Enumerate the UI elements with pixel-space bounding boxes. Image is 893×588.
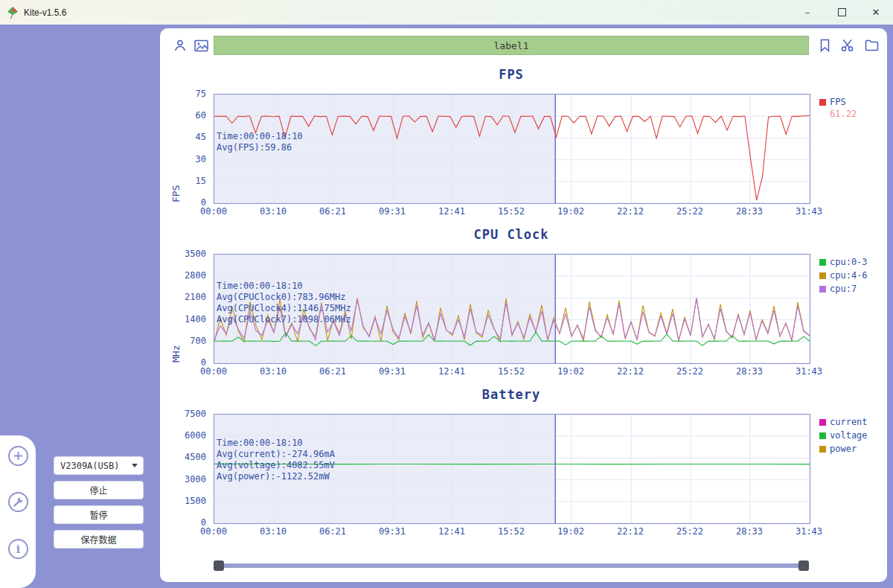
y-tick-label: 30 — [172, 154, 206, 164]
x-tick-label: 03:10 — [254, 206, 292, 217]
x-tick-label: 09:31 — [373, 366, 412, 377]
legend-label: cpu:7 — [830, 284, 857, 294]
x-tick-label: 25:22 — [670, 526, 709, 537]
y-tick-label: 4500 — [172, 452, 206, 462]
x-tick-label: 22:12 — [611, 366, 650, 377]
cpu-clock-chart: CPU Clock MHz 35002800210014007000 Time:… — [160, 227, 887, 387]
x-tick-label: 19:02 — [551, 366, 590, 377]
chart-title: Battery — [214, 387, 809, 402]
battery-chart: Battery 750060004500300015000 Time:00:00… — [160, 387, 887, 547]
folder-icon — [865, 39, 879, 51]
plot-area[interactable] — [214, 254, 810, 364]
plus-icon — [13, 451, 23, 461]
maximize-button[interactable] — [825, 0, 859, 25]
legend-swatch — [819, 272, 826, 279]
x-tick-label: 00:00 — [194, 526, 233, 537]
legend-item: cpu:7 — [819, 284, 886, 294]
info-button[interactable]: i — [8, 539, 28, 559]
label-input[interactable]: label1 — [214, 36, 809, 55]
add-button[interactable] — [8, 446, 28, 466]
legend-label: FPS — [830, 97, 846, 107]
stop-button[interactable]: 停止 — [54, 481, 144, 499]
main-panel: label1 FPS FPS 75604530150 Time:00:00-18… — [160, 28, 887, 582]
legend-swatch — [819, 432, 826, 439]
pause-button[interactable]: 暂停 — [54, 505, 144, 524]
y-tick-label: 2800 — [172, 270, 206, 281]
minimize-button[interactable]: – — [790, 0, 825, 25]
y-tick-label: 7500 — [172, 409, 206, 419]
user-icon — [173, 39, 187, 52]
y-ticks: 35002800210014007000 — [175, 254, 209, 362]
y-tick-label: 2100 — [172, 292, 206, 302]
x-tick-label: 12:41 — [432, 526, 471, 537]
slider-track[interactable] — [218, 563, 804, 568]
x-ticks: 00:0003:1006:2109:3112:4115:5219:0222:12… — [214, 366, 809, 378]
x-tick-label: 06:21 — [313, 206, 352, 217]
legend-swatch — [819, 446, 826, 453]
x-tick-label: 28:33 — [730, 366, 769, 377]
slider-handle-left[interactable] — [214, 560, 224, 571]
x-tick-label: 03:10 — [254, 526, 292, 537]
legend-label: voltage — [830, 430, 868, 441]
fps-chart: FPS FPS 75604530150 Time:00:00-18:10Avg(… — [160, 67, 887, 227]
legend-label: power — [830, 444, 857, 454]
y-tick-label: 3000 — [172, 474, 206, 485]
x-tick-label: 28:33 — [730, 206, 769, 217]
x-tick-label: 15:52 — [492, 206, 531, 217]
x-tick-label: 19:02 — [551, 526, 590, 537]
chart-title: FPS — [214, 67, 809, 82]
x-tick-label: 12:41 — [432, 206, 471, 217]
maximize-icon — [838, 8, 846, 16]
legend-item: cpu:4-6 — [819, 270, 886, 281]
title-bar: Kite-v1.5.6 – ✕ — [0, 0, 893, 25]
wrench-icon — [13, 496, 24, 508]
x-tick-label: 25:22 — [670, 366, 709, 377]
legend: cpu:0-3cpu:4-6cpu:7 — [819, 257, 886, 297]
x-tick-label: 15:52 — [492, 366, 531, 377]
x-tick-label: 12:41 — [432, 366, 471, 377]
legend: FPS61.22 — [819, 97, 886, 119]
legend-swatch — [819, 99, 826, 106]
legend-swatch — [819, 259, 826, 266]
device-select[interactable]: V2309A(USB) — [54, 456, 144, 475]
plot-area[interactable] — [214, 94, 810, 204]
y-tick-label: 60 — [172, 110, 206, 121]
chart-title: CPU Clock — [214, 227, 809, 242]
y-tick-label: 75 — [172, 89, 206, 99]
x-tick-label: 06:21 — [313, 366, 352, 377]
app-icon — [6, 6, 19, 19]
legend-item: FPS — [819, 97, 886, 107]
slider-handle-right[interactable] — [798, 560, 809, 571]
plot-area[interactable] — [214, 414, 810, 524]
legend-label: cpu:0-3 — [830, 257, 868, 267]
open-folder-button[interactable] — [863, 37, 880, 54]
legend-item: cpu:0-3 — [819, 257, 886, 267]
bookmark-icon — [819, 39, 830, 52]
close-button[interactable]: ✕ — [859, 0, 893, 25]
x-ticks: 00:0003:1006:2109:3112:4115:5219:0222:12… — [214, 206, 809, 218]
legend-swatch — [819, 419, 826, 426]
y-tick-label: 15 — [172, 176, 206, 186]
cut-button[interactable] — [839, 37, 856, 54]
screenshot-button[interactable] — [193, 37, 209, 54]
time-range-slider[interactable] — [214, 560, 809, 572]
x-tick-label: 22:12 — [611, 526, 650, 537]
x-tick-label: 28:33 — [730, 526, 769, 537]
legend-item: voltage — [819, 430, 886, 441]
x-tick-label: 06:21 — [313, 526, 352, 537]
user-button[interactable] — [172, 37, 188, 54]
bookmark-button[interactable] — [816, 37, 833, 54]
legend-swatch — [819, 286, 826, 293]
save-data-button[interactable]: 保存数据 — [54, 530, 144, 549]
x-tick-label: 31:43 — [790, 366, 828, 377]
y-tick-label: 1400 — [172, 314, 206, 325]
legend-item: current — [819, 417, 886, 427]
x-tick-label: 00:00 — [194, 366, 233, 377]
y-tick-label: 700 — [172, 336, 206, 346]
chevron-down-icon — [132, 464, 138, 467]
x-tick-label: 03:10 — [254, 366, 292, 377]
x-tick-label: 19:02 — [551, 206, 590, 217]
device-select-value: V2309A(USB) — [60, 461, 119, 471]
settings-button[interactable] — [8, 492, 28, 512]
legend-label: cpu:4-6 — [830, 270, 868, 281]
